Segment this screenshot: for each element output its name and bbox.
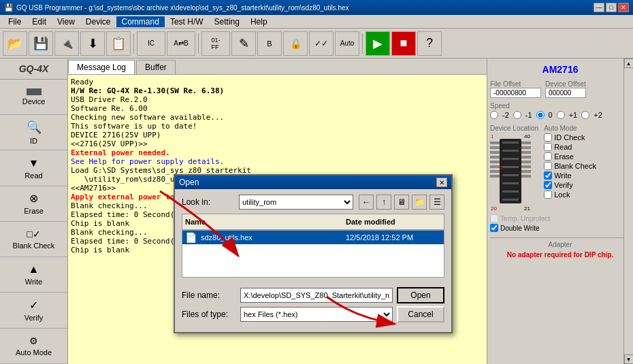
toolbar-hex[interactable]: 01-FF bbox=[201, 31, 230, 56]
speed-label: Speed bbox=[490, 102, 630, 110]
file-icon: 📄 bbox=[185, 232, 197, 243]
menu-setting[interactable]: Setting bbox=[209, 16, 245, 27]
sidebar-item-auto-mode[interactable]: ⚙ Auto Mode bbox=[0, 329, 67, 364]
toolbar-sep3 bbox=[362, 33, 363, 54]
toolbar-open[interactable]: 📂 bbox=[3, 31, 27, 56]
msg-hw: H/W Re: GQ-4X Re-1.30(SW Re. 6.38) bbox=[71, 86, 484, 95]
menu-device[interactable]: Device bbox=[80, 16, 116, 27]
minimize-button[interactable]: — bbox=[594, 3, 604, 12]
dialog-title: Open bbox=[179, 178, 199, 187]
nav-desktop-button[interactable]: 🖥 bbox=[394, 195, 409, 210]
toolbar-ic[interactable]: IC bbox=[137, 31, 165, 56]
maximize-button[interactable]: □ bbox=[606, 3, 617, 12]
scroll-bar: ▲ ▼ bbox=[623, 59, 633, 364]
device-name: AM2716 bbox=[490, 64, 630, 75]
check-write[interactable] bbox=[544, 171, 552, 180]
sidebar-erase-label: Erase bbox=[24, 207, 44, 215]
toolbar-stop[interactable]: ■ bbox=[391, 31, 416, 56]
toolbar-copy[interactable]: 📋 bbox=[106, 31, 131, 56]
auto-check-id: ID Check bbox=[544, 133, 630, 142]
speed-minus2[interactable] bbox=[490, 111, 498, 119]
sidebar-item-erase[interactable]: ⊗ Erase bbox=[0, 186, 67, 222]
toolbar-help2[interactable]: ? bbox=[417, 31, 442, 56]
toolbar-sep2 bbox=[198, 33, 199, 54]
filename-label: File name: bbox=[182, 291, 236, 300]
filetype-select[interactable]: hex Files (*.hex) bbox=[240, 307, 393, 322]
speed-plus1[interactable] bbox=[557, 111, 565, 119]
tab-buffer[interactable]: Buffer bbox=[136, 60, 176, 74]
toolbar-verify2[interactable]: ✓✓ bbox=[309, 31, 334, 56]
speed-minus1[interactable] bbox=[513, 111, 521, 119]
nav-newfolder-button[interactable]: 📁 bbox=[412, 195, 427, 210]
open-button[interactable]: Open bbox=[397, 287, 444, 303]
check-lock[interactable] bbox=[544, 191, 552, 199]
dialog-nav-toolbar: ← ↑ 🖥 📁 ☰ bbox=[359, 195, 444, 210]
temp-unprotect: Temp. Unprotect bbox=[490, 214, 630, 222]
msg-device: DEVICE 2716(25V UPP) bbox=[71, 131, 484, 139]
check-id[interactable] bbox=[544, 133, 552, 142]
speed-plus2[interactable] bbox=[581, 111, 589, 119]
open-dialog: Open ✕ Look in: utility_rom ← ↑ 🖥 📁 ☰ bbox=[174, 174, 453, 333]
menu-view[interactable]: View bbox=[52, 16, 80, 27]
sidebar-item-write[interactable]: ▲ Write bbox=[0, 257, 67, 293]
close-button[interactable]: ✕ bbox=[618, 3, 629, 12]
check-verify[interactable] bbox=[544, 181, 552, 189]
sidebar-write-label: Write bbox=[25, 278, 42, 286]
look-in-select[interactable]: utility_rom bbox=[239, 195, 353, 210]
cancel-button[interactable]: Cancel bbox=[397, 306, 444, 322]
chip-pins-right bbox=[521, 142, 531, 178]
msg-check: Checking new software available... bbox=[71, 113, 484, 122]
dialog-close-button[interactable]: ✕ bbox=[436, 178, 447, 187]
menu-testhw[interactable]: Test H/W bbox=[165, 16, 209, 27]
sidebar-item-blank-check[interactable]: □✓ Blank Check bbox=[0, 222, 67, 257]
filetype-row: Files of type: hex Files (*.hex) Cancel bbox=[182, 306, 444, 322]
device-offset-input[interactable] bbox=[545, 88, 586, 98]
scroll-up-btn[interactable]: ▲ bbox=[624, 59, 634, 68]
toolbar-encrypt[interactable]: 🔒 bbox=[283, 31, 308, 56]
sidebar-blank-label: Blank Check bbox=[13, 242, 55, 250]
file-date: 12/5/2018 12:52 PM bbox=[346, 233, 441, 242]
toolbar-buffer[interactable]: B bbox=[257, 31, 282, 56]
auto-check-erase: Erase bbox=[544, 152, 630, 161]
toolbar-save[interactable]: 💾 bbox=[29, 31, 53, 56]
speed-zero[interactable] bbox=[536, 111, 545, 119]
nav-view-button[interactable]: ☰ bbox=[429, 195, 444, 210]
check-blank[interactable] bbox=[544, 162, 552, 170]
id-icon: 🔍 bbox=[27, 120, 42, 135]
temp-unprotect-check bbox=[490, 214, 498, 222]
read-icon: ▼ bbox=[29, 157, 39, 169]
menu-command[interactable]: Command bbox=[116, 16, 165, 27]
chip-pins-left bbox=[490, 142, 500, 178]
sidebar-item-read[interactable]: ▼ Read bbox=[0, 150, 67, 186]
double-write-check[interactable] bbox=[490, 224, 498, 232]
sidebar-auto-label: Auto Mode bbox=[16, 348, 52, 357]
nav-up-button[interactable]: ↑ bbox=[376, 195, 391, 210]
check-erase[interactable] bbox=[544, 152, 552, 161]
double-write-label: Double Write bbox=[500, 225, 540, 232]
file-list-item[interactable]: 📄 sdz80_utils.hex 12/5/2018 12:52 PM bbox=[182, 231, 444, 244]
msg-usb: USB Driver Re.2.0 bbox=[71, 95, 484, 104]
toolbar-chip[interactable]: 🔌 bbox=[54, 31, 79, 56]
tab-message-log[interactable]: Message Log bbox=[68, 60, 135, 74]
toolbar-ab[interactable]: A⇄B bbox=[167, 31, 195, 56]
filename-input[interactable] bbox=[240, 288, 393, 303]
toolbar-read[interactable]: ⬇ bbox=[80, 31, 105, 56]
menu-file[interactable]: File bbox=[3, 16, 27, 27]
toolbar-edit[interactable]: ✎ bbox=[231, 31, 256, 56]
file-name: sdz80_utils.hex bbox=[201, 233, 346, 242]
sidebar-item-id[interactable]: 🔍 ID bbox=[0, 115, 67, 150]
sidebar-device-label: Device bbox=[22, 97, 46, 105]
scroll-down-btn[interactable]: ▼ bbox=[624, 354, 634, 364]
auto-check-write: Write bbox=[544, 171, 630, 180]
menu-help[interactable]: Help bbox=[245, 16, 273, 27]
file-offset-input[interactable] bbox=[490, 88, 541, 98]
check-read[interactable] bbox=[544, 143, 552, 151]
menu-edit[interactable]: Edit bbox=[27, 16, 52, 27]
sidebar-item-device[interactable]: Device bbox=[0, 80, 67, 115]
sidebar-item-verify[interactable]: ✓ Verify bbox=[0, 293, 67, 328]
nav-back-button[interactable]: ← bbox=[359, 195, 374, 210]
toolbar-auto[interactable]: Auto bbox=[335, 31, 359, 56]
toolbar-run[interactable]: ▶ bbox=[366, 31, 390, 56]
auto-mode-icon: ⚙ bbox=[29, 335, 38, 346]
pin-num-21: 21 bbox=[524, 205, 530, 212]
